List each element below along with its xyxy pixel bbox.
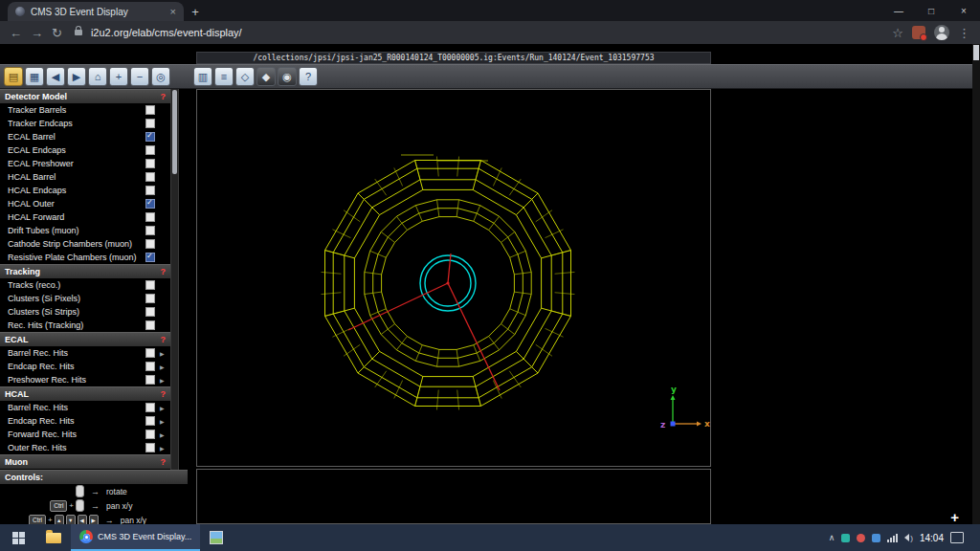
section-title: Muon (5, 457, 28, 467)
checkbox[interactable] (145, 416, 155, 426)
event-3d-viewport[interactable]: yxz (196, 89, 711, 467)
expand-arrow-icon[interactable]: ▶ (160, 364, 170, 370)
new-tab-button[interactable]: + (184, 2, 207, 21)
expand-arrow-icon[interactable]: ▶ (160, 445, 170, 452)
tree-item-label: Tracker Barrels (8, 105, 145, 115)
list-view-icon[interactable]: ≡ (214, 67, 234, 86)
checkbox[interactable] (145, 105, 155, 115)
page-scrollbar[interactable] (972, 44, 980, 524)
taskbar-clock[interactable]: 14:04 (920, 533, 944, 543)
checkbox[interactable] (145, 430, 155, 439)
checkbox[interactable] (145, 159, 155, 168)
settings-icon[interactable]: ◉ (278, 67, 297, 86)
section-header-ecal[interactable]: ECAL? (0, 332, 170, 346)
back-icon[interactable]: ← (10, 27, 22, 39)
tree-item-label: Preshower Rec. Hits (8, 375, 145, 385)
print-icon[interactable]: ▦ (25, 67, 44, 86)
checkbox[interactable] (145, 253, 155, 262)
folder-icon (46, 533, 61, 543)
checkbox[interactable] (145, 307, 155, 317)
wireframe-view-icon[interactable]: ◇ (235, 67, 255, 86)
previous-event-icon[interactable]: ◀ (46, 67, 65, 86)
window-controls: — □ × (882, 0, 980, 21)
photos-task-button[interactable] (200, 524, 233, 551)
help-icon[interactable]: ? (161, 389, 167, 399)
table-view-icon[interactable]: ▥ (193, 67, 212, 86)
checkbox[interactable] (145, 172, 155, 182)
checkbox[interactable] (145, 280, 155, 290)
minimize-button[interactable]: — (882, 0, 915, 21)
checkbox[interactable] (145, 145, 155, 155)
solid-view-icon[interactable]: ◆ (256, 67, 276, 86)
expand-arrow-icon[interactable]: ▶ (160, 377, 170, 384)
section-header-detector-model[interactable]: Detector Model? (0, 89, 170, 103)
maximize-button[interactable]: □ (915, 0, 947, 21)
checkbox[interactable] (145, 294, 155, 303)
checkbox[interactable] (145, 443, 155, 452)
help-icon[interactable]: ? (161, 335, 167, 344)
home-view-icon[interactable]: ⌂ (88, 67, 107, 86)
chrome-task-button[interactable]: CMS 3D Event Display... (71, 524, 200, 551)
checkbox[interactable] (145, 226, 155, 235)
volume-icon[interactable]: ) (904, 534, 913, 542)
help-icon[interactable]: ? (161, 92, 167, 101)
tray-app-icon-3[interactable] (872, 534, 880, 542)
help-icon[interactable]: ? (161, 457, 167, 467)
browser-menu-icon[interactable]: ⋮ (958, 27, 970, 39)
controls-rows: →rotateCtrl+→pan x/yCtrl+▲▼◀▶→pan x/y (0, 484, 188, 524)
zoom-in-icon[interactable]: + (109, 67, 128, 86)
open-file-icon[interactable]: ▤ (4, 67, 23, 86)
browser-tab[interactable]: CMS 3D Event Display × (8, 2, 184, 21)
checkbox[interactable] (145, 186, 155, 195)
checkbox[interactable] (145, 119, 155, 128)
help-icon[interactable]: ? (161, 267, 167, 276)
page-scrollbar-thumb[interactable] (973, 45, 979, 60)
next-event-icon[interactable]: ▶ (67, 67, 86, 86)
address-input[interactable]: i2u2.org/elab/cms/event-display/ (91, 27, 883, 38)
tree-item-hcal-outer: HCAL Outer (0, 197, 170, 210)
expand-button[interactable]: + (950, 510, 959, 524)
checkbox[interactable] (145, 132, 155, 142)
close-button[interactable]: × (947, 0, 980, 21)
checkbox[interactable] (145, 320, 155, 330)
checkbox[interactable] (145, 199, 155, 209)
extension-icon[interactable] (912, 26, 925, 39)
checkbox[interactable] (145, 403, 155, 412)
fit-view-icon[interactable]: ◎ (151, 67, 170, 86)
tray-app-icon-2[interactable] (857, 534, 865, 542)
action-center-icon[interactable] (950, 532, 964, 543)
help-icon[interactable]: ? (299, 67, 318, 86)
padlock-icon[interactable] (75, 30, 82, 35)
start-button[interactable] (0, 524, 36, 551)
checkbox[interactable] (145, 375, 155, 385)
tray-chevron-icon[interactable]: ∧ (829, 534, 835, 542)
section-header-tracking[interactable]: Tracking? (0, 264, 170, 278)
tray-app-icon-1[interactable] (841, 534, 850, 542)
tab-close-icon[interactable]: × (170, 6, 176, 17)
profile-avatar[interactable] (934, 25, 949, 40)
chrome-icon (79, 530, 93, 543)
zoom-out-icon[interactable]: − (130, 67, 149, 86)
tree-item-label: Barrel Rec. Hits (8, 348, 145, 358)
checkbox[interactable] (145, 239, 155, 249)
expand-arrow-icon[interactable]: ▶ (160, 350, 170, 357)
section-header-hcal[interactable]: HCAL? (0, 386, 170, 401)
section-title: ECAL (5, 335, 29, 344)
system-tray: ∧ ) 14:04 (829, 524, 980, 551)
sidebar-scrollbar[interactable] (170, 89, 179, 470)
expand-arrow-icon[interactable]: ▶ (160, 431, 170, 438)
file-explorer-button[interactable] (36, 524, 71, 551)
network-icon[interactable] (887, 534, 898, 542)
reload-icon[interactable]: ↻ (52, 27, 62, 39)
scrollbar-thumb[interactable] (172, 90, 177, 174)
section-header-muon[interactable]: Muon? (0, 454, 170, 469)
forward-icon[interactable]: → (31, 27, 43, 39)
page-content: /collections/jpsi/jpsi-jan25_R000140124_… (0, 44, 980, 524)
plus-separator: + (48, 516, 53, 524)
checkbox[interactable] (145, 348, 155, 358)
expand-arrow-icon[interactable]: ▶ (160, 418, 170, 425)
expand-arrow-icon[interactable]: ▶ (160, 405, 170, 411)
checkbox[interactable] (145, 362, 155, 371)
bookmark-star-icon[interactable]: ☆ (892, 27, 903, 39)
checkbox[interactable] (145, 212, 155, 222)
